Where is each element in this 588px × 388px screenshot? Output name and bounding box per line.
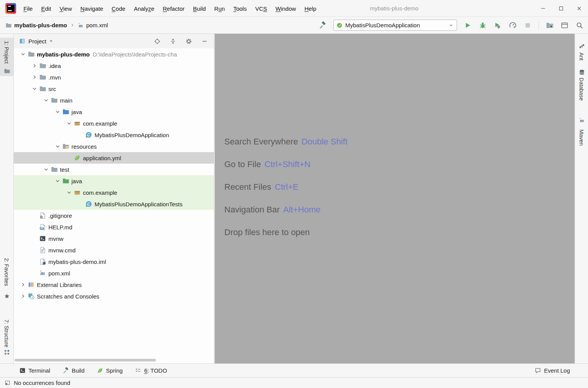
chevron-down-icon[interactable] xyxy=(18,51,28,57)
tree-item-main[interactable]: main xyxy=(14,95,214,106)
right-toolwindow-stripe: Ant Database Maven xyxy=(575,34,588,363)
chevron-right-icon[interactable] xyxy=(18,293,28,299)
minimize-button[interactable] xyxy=(534,0,552,17)
chevron-right-icon[interactable] xyxy=(30,74,39,80)
tree-item-project-root[interactable]: mybatis-plus-demo D:\IdeaProjects\IdeaPr… xyxy=(14,48,214,60)
tree-item-external-libraries[interactable]: External Libraries xyxy=(14,279,214,290)
tree-item-src[interactable]: src xyxy=(14,83,214,95)
chevron-down-icon[interactable] xyxy=(41,97,51,103)
chevron-down-icon[interactable] xyxy=(30,86,39,92)
tree-item-gitignore[interactable]: .gitignore xyxy=(14,210,214,221)
breadcrumb-project[interactable]: mybatis-plus-demo xyxy=(14,22,67,28)
toolwindow-layout-icon[interactable] xyxy=(560,21,569,30)
tree-item-idea[interactable]: .idea xyxy=(14,60,214,71)
folder-icon xyxy=(39,62,46,69)
tree-item-com-example-test[interactable]: com.example xyxy=(14,187,214,198)
bottom-toolwindow-bar: Terminal Build Spring 6: TODO xyxy=(0,363,588,377)
tree-item-java-main[interactable]: java xyxy=(14,106,214,118)
tree-item-application-class[interactable]: MybatisPlusDemoApplication xyxy=(14,129,214,141)
tree-item-test[interactable]: test xyxy=(14,164,214,175)
maven-icon[interactable] xyxy=(579,117,585,123)
close-button[interactable] xyxy=(570,0,588,17)
settings-gear-icon[interactable] xyxy=(186,38,192,45)
menu-build[interactable]: Build xyxy=(189,5,210,12)
debug-button[interactable] xyxy=(479,21,487,30)
stripe-button-structure[interactable]: 7: Structure xyxy=(3,320,10,347)
tree-item-pom-xml[interactable]: pom.xml xyxy=(14,267,214,279)
chevron-down-icon[interactable] xyxy=(53,143,62,149)
chevron-down-icon[interactable] xyxy=(65,120,74,126)
run-config-select[interactable]: MybatisPlusDemoApplication xyxy=(333,20,457,31)
horizontal-scrollbar[interactable] xyxy=(15,359,156,361)
chevron-down-icon[interactable] xyxy=(41,166,51,172)
hide-panel-icon[interactable] xyxy=(201,38,208,45)
chevron-right-icon[interactable] xyxy=(30,63,39,69)
locate-file-icon[interactable] xyxy=(154,38,161,45)
build-hammer-icon[interactable] xyxy=(318,21,327,30)
view-selector-arrow-icon[interactable] xyxy=(48,38,54,44)
menu-navigate[interactable]: Navigate xyxy=(76,5,107,12)
panel-actions xyxy=(154,38,214,45)
stripe-button-maven[interactable]: Maven xyxy=(578,129,585,146)
maven-file-icon xyxy=(78,22,84,28)
stop-button[interactable] xyxy=(523,21,532,30)
tree-item-com-example-main[interactable]: com.example xyxy=(14,118,214,129)
tree-item-java-test[interactable]: java xyxy=(14,175,214,187)
favorites-star-icon[interactable] xyxy=(4,293,10,299)
tree-item-scratches[interactable]: Scratches and Consoles xyxy=(14,290,214,302)
menu-edit[interactable]: Edit xyxy=(37,5,55,12)
toolwindow-button-build[interactable]: Build xyxy=(63,367,84,374)
toolwindow-button-event-log[interactable]: Event Log xyxy=(535,363,570,377)
toolwindow-button-terminal[interactable]: Terminal xyxy=(19,367,50,374)
stripe-button-project[interactable]: 1: Project xyxy=(3,41,10,63)
maximize-button[interactable] xyxy=(552,0,570,17)
chevron-down-icon[interactable] xyxy=(53,109,62,115)
spring-boot-icon xyxy=(336,22,343,28)
test-root-icon xyxy=(62,177,69,184)
menu-help[interactable]: Help xyxy=(300,5,321,12)
project-structure-icon[interactable] xyxy=(545,21,554,30)
chevron-down-icon[interactable] xyxy=(53,178,62,184)
database-icon[interactable] xyxy=(579,69,585,75)
menu-code[interactable]: Code xyxy=(108,5,130,12)
tree-item-resources[interactable]: resources xyxy=(14,141,214,152)
toolwindow-toggle-icon[interactable] xyxy=(5,380,10,386)
tree-item-mvn[interactable]: .mvn xyxy=(14,71,214,83)
search-everywhere-icon[interactable] xyxy=(575,21,584,30)
menu-tools[interactable]: Tools xyxy=(229,5,251,12)
menu-file[interactable]: File xyxy=(19,5,37,12)
menu-analyze[interactable]: Analyze xyxy=(129,5,158,12)
toolwindow-button-spring[interactable]: Spring xyxy=(97,367,123,374)
menu-view[interactable]: View xyxy=(55,5,76,12)
tree-item-mvnw[interactable]: mvnw xyxy=(14,233,214,244)
status-message: No occurrences found xyxy=(14,380,70,386)
profiler-button[interactable] xyxy=(508,21,517,30)
tree-item-application-yml[interactable]: application.yml xyxy=(14,152,214,164)
project-panel-header: Project xyxy=(14,34,214,48)
breadcrumb-file[interactable]: pom.xml xyxy=(86,22,108,28)
stripe-button-database[interactable]: Database xyxy=(578,78,585,101)
tree-item-iml[interactable]: mybatis-plus-demo.iml xyxy=(14,256,214,267)
menu-run[interactable]: Run xyxy=(210,5,229,12)
run-with-coverage-button[interactable] xyxy=(494,21,502,30)
collapse-all-icon[interactable] xyxy=(170,38,176,45)
run-button[interactable] xyxy=(464,21,472,30)
tree-item-help-md[interactable]: HELP.md xyxy=(14,221,214,233)
stripe-button-ant[interactable]: Ant xyxy=(578,52,585,60)
structure-icon[interactable] xyxy=(4,349,10,355)
toolwindow-button-todo[interactable]: 6: TODO xyxy=(135,367,167,374)
chevron-down-icon[interactable] xyxy=(65,189,74,196)
menu-refactor[interactable]: Refactor xyxy=(159,5,189,12)
tree-item-mvnw-cmd[interactable]: mvnw.cmd xyxy=(14,244,214,256)
ant-icon[interactable] xyxy=(579,43,585,49)
menu-window[interactable]: Window xyxy=(271,5,300,12)
run-config-name: MybatisPlusDemoApplication xyxy=(345,22,420,28)
tree-item-tests-class[interactable]: MybatisPlus​DemoApplicationTests xyxy=(14,198,214,210)
editor-area: Search EverywhereDouble Shift Go to File… xyxy=(215,34,575,363)
stripe-button-favorites[interactable]: 2: Favorites xyxy=(3,258,10,286)
hint-go-to-file: Go to FileCtrl+Shift+N xyxy=(224,160,348,169)
maven-file-icon xyxy=(39,270,46,277)
menu-vcs[interactable]: VCS xyxy=(251,5,271,12)
project-toolwindow-icon[interactable] xyxy=(4,68,10,74)
chevron-right-icon[interactable] xyxy=(18,282,28,288)
